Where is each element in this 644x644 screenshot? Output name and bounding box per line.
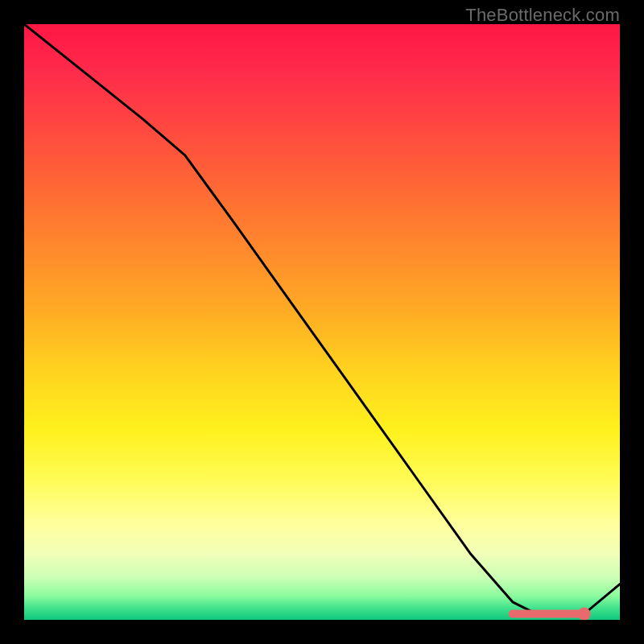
bottleneck-curve [24, 24, 620, 614]
chart-frame: TheBottleneck.com [0, 0, 644, 644]
watermark-text: TheBottleneck.com [465, 5, 620, 26]
plot-area [24, 24, 620, 620]
chart-svg [24, 24, 620, 620]
optimal-point-marker [578, 608, 591, 620]
